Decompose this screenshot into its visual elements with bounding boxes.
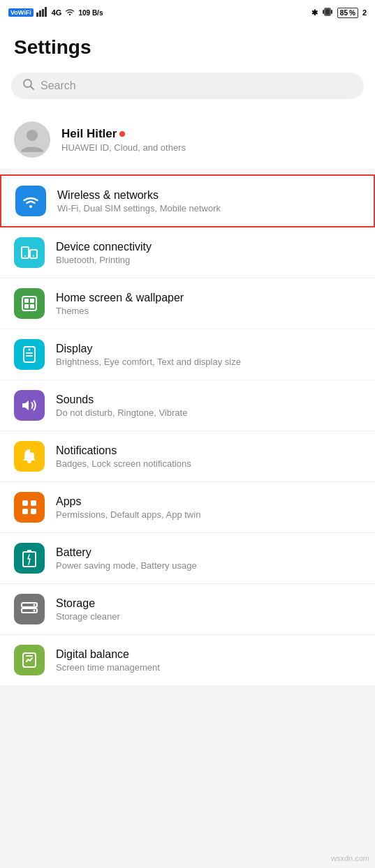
device-connectivity-subtitle: Bluetooth, Printing — [56, 255, 152, 265]
bluetooth-icon: ✱ — [311, 8, 318, 17]
svg-point-12 — [29, 205, 32, 208]
settings-item-wireless[interactable]: Wireless & networks Wi-Fi, Dual SIM sett… — [0, 174, 375, 227]
wireless-text: Wireless & networks Wi-Fi, Dual SIM sett… — [57, 189, 221, 214]
signal-type: 4G — [52, 8, 62, 17]
apps-icon — [14, 492, 45, 523]
sounds-text: Sounds Do not disturb, Ringtone, Vibrate — [56, 394, 187, 418]
battery-icon — [14, 543, 45, 574]
svg-rect-18 — [24, 299, 29, 303]
profile-row[interactable]: Heil Hitler HUAWEI ID, Cloud, and others — [0, 110, 375, 169]
apps-subtitle: Permissions, Default apps, App twin — [56, 509, 200, 520]
settings-item-sounds[interactable]: Sounds Do not disturb, Ringtone, Vibrate — [0, 380, 375, 431]
notifications-subtitle: Badges, Lock screen notifications — [56, 458, 191, 469]
svg-rect-17 — [22, 297, 36, 310]
display-title: Display — [56, 343, 241, 355]
home-screen-text: Home screen & wallpaper Themes — [56, 292, 184, 316]
notifications-title: Notifications — [56, 444, 191, 457]
wireless-subtitle: Wi-Fi, Dual SIM settings, Mobile network — [57, 203, 221, 214]
storage-title: Storage — [56, 597, 120, 610]
search-container: Search — [0, 67, 375, 110]
digital-balance-text: Digital balance Screen time management — [56, 648, 160, 673]
display-subtitle: Brightness, Eye comfort, Text and displa… — [56, 357, 241, 367]
display-icon — [14, 339, 45, 370]
device-icon — [14, 237, 45, 268]
svg-rect-27 — [22, 500, 28, 506]
home-screen-title: Home screen & wallpaper — [56, 292, 184, 304]
svg-rect-2 — [42, 9, 44, 17]
settings-item-storage[interactable]: Storage Storage cleaner — [0, 584, 375, 635]
svg-rect-30 — [31, 509, 36, 514]
svg-point-23 — [29, 349, 31, 351]
signal-bars — [36, 7, 49, 18]
wireless-title: Wireless & networks — [57, 189, 221, 202]
svg-rect-20 — [24, 304, 29, 308]
settings-item-battery[interactable]: Battery Power saving mode, Battery usage — [0, 533, 375, 584]
status-left: VoWiFi 4G 109 B/s — [8, 7, 103, 18]
search-icon — [22, 78, 35, 93]
settings-item-display[interactable]: Display Brightness, Eye comfort, Text an… — [0, 329, 375, 380]
watermark: wsxdn.com — [331, 854, 369, 862]
display-text: Display Brightness, Eye comfort, Text an… — [56, 343, 241, 367]
svg-point-4 — [69, 14, 71, 15]
settings-list: Wireless & networks Wi-Fi, Dual SIM sett… — [0, 174, 375, 685]
svg-rect-29 — [22, 509, 28, 514]
home-screen-subtitle: Themes — [56, 306, 184, 316]
sounds-subtitle: Do not disturb, Ringtone, Vibrate — [56, 407, 187, 418]
svg-point-36 — [34, 610, 36, 612]
page-title-bar: Settings — [0, 25, 375, 67]
svg-point-16 — [33, 255, 34, 257]
settings-item-digital-balance[interactable]: Digital balance Screen time management — [0, 635, 375, 685]
notification-dot — [119, 131, 125, 137]
avatar — [14, 121, 50, 158]
svg-rect-3 — [45, 7, 47, 17]
sounds-icon — [14, 390, 45, 421]
svg-rect-25 — [26, 355, 33, 357]
status-bar: VoWiFi 4G 109 B/s ✱ — [0, 0, 375, 25]
digital-balance-title: Digital balance — [56, 648, 160, 661]
svg-line-10 — [31, 87, 34, 90]
profile-info: Heil Hitler HUAWEI ID, Cloud, and others — [61, 127, 186, 153]
status-right: ✱ 85% 2 — [311, 7, 367, 18]
balance-icon — [14, 645, 45, 675]
svg-point-35 — [34, 604, 36, 606]
storage-text: Storage Storage cleaner — [56, 597, 120, 622]
network-speed: 109 B/s — [78, 9, 103, 17]
apps-title: Apps — [56, 495, 200, 508]
search-placeholder: Search — [41, 80, 76, 92]
svg-rect-38 — [26, 655, 33, 657]
digital-balance-subtitle: Screen time management — [56, 662, 160, 673]
svg-rect-24 — [26, 352, 33, 354]
settings-item-device-connectivity[interactable]: Device connectivity Bluetooth, Printing — [0, 227, 375, 278]
search-box[interactable]: Search — [11, 73, 364, 99]
profile-name: Heil Hitler — [61, 127, 186, 141]
homescreen-icon — [14, 288, 45, 319]
wifi-icon — [64, 8, 75, 17]
svg-rect-0 — [36, 13, 38, 17]
svg-point-26 — [30, 449, 34, 453]
svg-rect-6 — [325, 9, 330, 15]
storage-subtitle: Storage cleaner — [56, 611, 120, 622]
wifi-icon — [15, 186, 46, 216]
svg-rect-8 — [331, 10, 332, 14]
device-connectivity-text: Device connectivity Bluetooth, Printing — [56, 241, 152, 265]
svg-rect-32 — [27, 550, 31, 553]
settings-item-notifications[interactable]: Notifications Badges, Lock screen notifi… — [0, 431, 375, 482]
svg-rect-1 — [39, 10, 41, 17]
storage-icon — [14, 594, 45, 624]
apps-text: Apps Permissions, Default apps, App twin — [56, 495, 200, 520]
svg-rect-14 — [30, 250, 37, 258]
device-connectivity-title: Device connectivity — [56, 241, 152, 253]
svg-rect-19 — [30, 299, 34, 303]
page-title: Settings — [14, 36, 361, 59]
settings-item-home-screen[interactable]: Home screen & wallpaper Themes — [0, 278, 375, 329]
svg-rect-21 — [30, 304, 34, 308]
battery-title: Battery — [56, 546, 197, 559]
svg-point-11 — [27, 130, 38, 141]
battery-subtitle: Power saving mode, Battery usage — [56, 560, 197, 571]
settings-item-apps[interactable]: Apps Permissions, Default apps, App twin — [0, 482, 375, 533]
vowifi-badge: VoWiFi — [8, 8, 34, 17]
extra-indicator: 2 — [362, 8, 367, 17]
battery-text: Battery Power saving mode, Battery usage — [56, 546, 197, 571]
svg-rect-28 — [31, 500, 36, 506]
svg-point-15 — [24, 255, 26, 257]
